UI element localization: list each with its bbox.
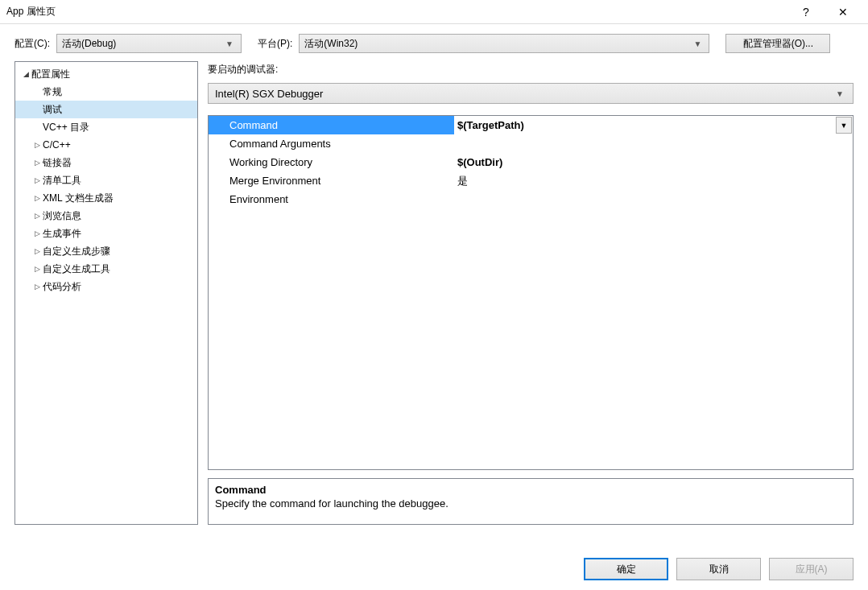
- expander-closed-icon[interactable]: ▷: [31, 265, 43, 273]
- platform-dropdown-value: 活动(Win32): [304, 37, 691, 51]
- tree-item[interactable]: ▷自定义生成工具: [15, 260, 197, 278]
- tree-item[interactable]: ▷浏览信息: [15, 207, 197, 225]
- property-value-text: 是: [457, 174, 468, 188]
- tree-item-label: 调试: [43, 103, 62, 117]
- property-dropdown-button[interactable]: ▼: [836, 117, 852, 134]
- property-row[interactable]: Command Arguments: [209, 134, 853, 153]
- platform-dropdown[interactable]: 活动(Win32) ▼: [299, 34, 709, 53]
- tree-item-label: 浏览信息: [43, 209, 81, 223]
- chevron-down-icon: ▼: [223, 39, 236, 48]
- property-value[interactable]: 是: [454, 171, 853, 190]
- config-dropdown[interactable]: 活动(Debug) ▼: [56, 34, 242, 53]
- description-text: Specify the command for launching the de…: [215, 497, 846, 510]
- property-row[interactable]: Merge Environment是: [209, 171, 853, 190]
- expander-closed-icon[interactable]: ▷: [31, 212, 43, 220]
- grid-body: Command$(TargetPath)▼Command ArgumentsWo…: [209, 116, 853, 469]
- platform-label: 平台(P):: [258, 37, 292, 51]
- titlebar: App 属性页 ? ✕: [0, 0, 868, 24]
- tree-item[interactable]: 常规: [15, 83, 197, 101]
- expander-closed-icon[interactable]: ▷: [31, 247, 43, 255]
- right-panel: 要启动的调试器: Intel(R) SGX Debugger ▼ Command…: [208, 61, 854, 525]
- tree-item-label: 自定义生成步骤: [43, 245, 110, 258]
- tree-item-label: VC++ 目录: [43, 121, 89, 134]
- window-title: App 属性页: [6, 5, 787, 19]
- tree-item-label: 生成事件: [43, 227, 81, 241]
- tree-item-label: 清单工具: [43, 174, 81, 188]
- tree-item-label: 常规: [43, 85, 62, 99]
- close-button[interactable]: ✕: [825, 0, 862, 24]
- chevron-down-icon: ▼: [833, 89, 846, 98]
- tree-item[interactable]: ▷C/C++: [15, 136, 197, 154]
- config-manager-button[interactable]: 配置管理器(O)...: [725, 34, 830, 53]
- property-name: Environment: [209, 190, 454, 208]
- expander-closed-icon[interactable]: ▷: [31, 159, 43, 167]
- tree-item-label: 自定义生成工具: [43, 262, 110, 276]
- property-value[interactable]: [454, 190, 853, 208]
- debugger-dropdown[interactable]: Intel(R) SGX Debugger ▼: [208, 83, 854, 104]
- property-name: Working Directory: [209, 153, 454, 171]
- description-title: Command: [215, 484, 846, 496]
- tree-item[interactable]: ▷清单工具: [15, 171, 197, 189]
- dialog-buttons: 确定 取消 应用(A): [584, 558, 854, 580]
- properties-grid: Command$(TargetPath)▼Command ArgumentsWo…: [208, 115, 854, 470]
- tree-item[interactable]: 调试: [15, 101, 197, 118]
- tree-item-label: 代码分析: [43, 280, 81, 294]
- property-name: Command Arguments: [209, 134, 454, 153]
- config-row: 配置(C): 活动(Debug) ▼ 平台(P): 活动(Win32) ▼ 配置…: [0, 24, 868, 61]
- tree-item[interactable]: VC++ 目录: [15, 118, 197, 136]
- chevron-down-icon: ▼: [691, 39, 704, 48]
- expander-closed-icon[interactable]: ▷: [31, 283, 43, 291]
- property-row[interactable]: Environment: [209, 190, 853, 208]
- property-value[interactable]: $(TargetPath)▼: [454, 116, 853, 134]
- expander-closed-icon[interactable]: ▷: [31, 176, 43, 184]
- debugger-dropdown-value: Intel(R) SGX Debugger: [215, 88, 323, 100]
- tree-item[interactable]: ▷生成事件: [15, 225, 197, 242]
- apply-button: 应用(A): [769, 558, 854, 580]
- ok-button[interactable]: 确定: [584, 558, 668, 580]
- expander-open-icon[interactable]: ◢: [20, 70, 31, 78]
- help-button[interactable]: ?: [787, 0, 825, 24]
- tree-item-root[interactable]: ◢ 配置属性: [15, 65, 197, 83]
- tree-item[interactable]: ▷自定义生成步骤: [15, 242, 197, 260]
- expander-closed-icon[interactable]: ▷: [31, 229, 43, 237]
- config-dropdown-value: 活动(Debug): [62, 37, 223, 51]
- expander-closed-icon[interactable]: ▷: [31, 141, 43, 149]
- description-panel: Command Specify the command for launchin…: [208, 478, 854, 525]
- property-value-text: $(OutDir): [457, 156, 502, 168]
- tree-item[interactable]: ▷链接器: [15, 154, 197, 171]
- expander-closed-icon[interactable]: ▷: [31, 194, 43, 202]
- tree-item-label: XML 文档生成器: [43, 192, 114, 205]
- tree-item-label: 配置属性: [31, 68, 70, 81]
- debugger-label: 要启动的调试器:: [208, 61, 854, 76]
- property-value[interactable]: $(OutDir): [454, 153, 853, 171]
- titlebar-buttons: ? ✕: [787, 0, 862, 24]
- property-row[interactable]: Command$(TargetPath)▼: [209, 116, 853, 134]
- cancel-button[interactable]: 取消: [676, 558, 761, 580]
- config-label: 配置(C):: [14, 37, 50, 51]
- tree-item-label: C/C++: [43, 139, 71, 151]
- tree-item-label: 链接器: [43, 156, 72, 170]
- tree-item[interactable]: ▷代码分析: [15, 278, 197, 295]
- property-row[interactable]: Working Directory$(OutDir): [209, 153, 853, 171]
- tree-panel[interactable]: ◢ 配置属性 常规调试VC++ 目录▷C/C++▷链接器▷清单工具▷XML 文档…: [14, 61, 198, 525]
- tree-item[interactable]: ▷XML 文档生成器: [15, 189, 197, 207]
- main-area: ◢ 配置属性 常规调试VC++ 目录▷C/C++▷链接器▷清单工具▷XML 文档…: [0, 61, 868, 525]
- property-value-text: $(TargetPath): [457, 119, 524, 131]
- property-value[interactable]: [454, 134, 853, 153]
- property-name: Merge Environment: [209, 171, 454, 190]
- property-name: Command: [209, 116, 454, 134]
